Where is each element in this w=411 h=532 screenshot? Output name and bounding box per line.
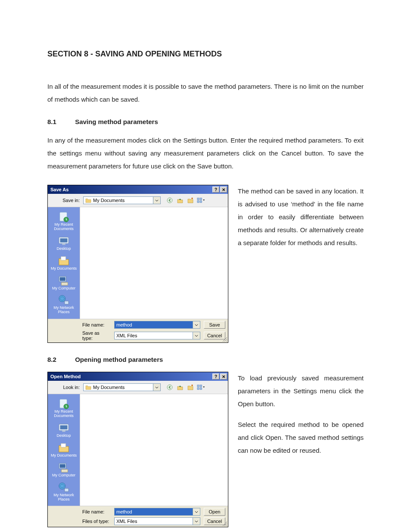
places-label: My Documents — [51, 454, 77, 458]
places-desktop[interactable]: Desktop — [49, 421, 78, 440]
folder-icon — [85, 385, 91, 390]
savein-label: Save in: — [50, 198, 81, 203]
folder-icon — [85, 198, 91, 203]
svg-rect-10 — [61, 256, 65, 260]
up-one-level-icon[interactable] — [176, 196, 184, 204]
places-network[interactable]: My Network Places — [49, 480, 78, 504]
svg-rect-4 — [200, 201, 202, 203]
resize-grip-icon[interactable] — [222, 336, 227, 342]
svg-rect-13 — [61, 282, 68, 285]
svg-rect-9 — [62, 243, 65, 245]
filetype-dropdown[interactable]: XML Files — [114, 332, 200, 339]
side-text-8-2: To load previously saved measurement par… — [238, 372, 364, 465]
places-label: My Network Places — [49, 493, 78, 502]
network-places-icon — [57, 294, 70, 306]
places-desktop[interactable]: Desktop — [49, 234, 78, 253]
filename-input[interactable]: method — [114, 321, 200, 329]
close-button[interactable]: ✕ — [220, 187, 227, 193]
dialog-body: My Recent Documents Desktop My Documents — [48, 207, 228, 319]
close-button[interactable]: ✕ — [220, 373, 227, 380]
chevron-down-icon — [193, 321, 200, 328]
places-mydocs[interactable]: My Documents — [49, 441, 78, 460]
svg-rect-1 — [197, 198, 199, 200]
help-button[interactable]: ? — [212, 187, 219, 193]
places-mycomputer[interactable]: My Computer — [49, 460, 78, 479]
lookin-value: My Documents — [93, 385, 153, 390]
svg-rect-15 — [65, 301, 68, 304]
dialog-toolbar: Save in: My Documents — [48, 194, 228, 207]
views-menu-icon[interactable] — [197, 383, 205, 391]
places-label: My Computer — [52, 286, 75, 291]
svg-rect-18 — [197, 388, 199, 390]
filetype-value: XML Files — [115, 519, 193, 524]
document-page: SECTION 8 - SAVING AND OPENING METHODS I… — [0, 0, 411, 532]
back-icon[interactable] — [166, 383, 174, 391]
places-mydocs[interactable]: My Documents — [49, 254, 78, 273]
close-icon: ✕ — [222, 187, 225, 192]
save-button[interactable]: Save — [204, 321, 225, 329]
lookin-label: Look in: — [50, 385, 81, 390]
svg-rect-8 — [60, 238, 68, 242]
savein-dropdown[interactable]: My Documents — [83, 196, 161, 204]
filename-row: File name: method Save — [82, 321, 225, 329]
side-text-8-1: The method can be saved in any location.… — [238, 185, 364, 257]
places-label: My Computer — [52, 473, 75, 478]
svg-point-0 — [167, 198, 172, 203]
desktop-icon — [57, 422, 70, 434]
network-places-icon — [57, 481, 70, 493]
places-network[interactable]: My Network Places — [49, 293, 78, 316]
dialog-titlebar[interactable]: Open Method ? ✕ — [48, 372, 228, 381]
subheading-number: 8.2 — [47, 356, 73, 363]
recent-documents-icon — [57, 398, 70, 410]
side-paragraph: Select the required method to be opened … — [238, 418, 364, 457]
titlebar-buttons: ? ✕ — [212, 187, 227, 193]
svg-rect-28 — [60, 464, 65, 467]
places-mycomputer[interactable]: My Computer — [49, 274, 78, 292]
svg-rect-2 — [197, 201, 199, 203]
subheading-8-2: 8.2 Opening method parameters — [47, 356, 364, 363]
filetype-label: Save as type: — [82, 330, 111, 341]
svg-rect-31 — [65, 488, 68, 491]
up-one-level-icon[interactable] — [176, 383, 184, 391]
open-button[interactable]: Open — [204, 508, 225, 516]
places-label: My Recent Documents — [49, 223, 78, 231]
views-menu-icon[interactable] — [197, 196, 205, 204]
open-figure-row: Open Method ? ✕ Look in: My Documents — [47, 372, 364, 527]
file-list-area[interactable] — [80, 207, 228, 319]
new-folder-icon[interactable] — [187, 196, 194, 204]
resize-grip-icon[interactable] — [222, 521, 227, 526]
lookin-dropdown[interactable]: My Documents — [83, 383, 161, 391]
filename-row: File name: method Open — [82, 508, 225, 516]
subheading-number: 8.1 — [47, 118, 73, 125]
filename-value: method — [115, 509, 193, 514]
places-recent[interactable]: My Recent Documents — [49, 397, 78, 420]
subheading-text: Opening method parameters — [75, 356, 163, 363]
chevron-down-icon — [153, 197, 160, 204]
filename-label: File name: — [82, 322, 111, 327]
toolbar-icons — [166, 196, 205, 204]
svg-rect-24 — [60, 425, 68, 429]
filetype-label: Files of type: — [82, 519, 111, 524]
filetype-value: XML Files — [115, 333, 193, 338]
back-icon[interactable] — [166, 196, 174, 204]
file-list-area[interactable] — [80, 394, 228, 506]
recent-documents-icon — [57, 211, 70, 223]
filename-label: File name: — [82, 509, 111, 514]
dialog-titlebar[interactable]: Save As ? ✕ — [48, 185, 228, 194]
filename-input[interactable]: method — [114, 508, 200, 516]
paragraph-8-1: In any of the measurement modes click on… — [47, 134, 364, 173]
chevron-down-icon — [193, 508, 200, 515]
places-bar: My Recent Documents Desktop My Documents — [48, 207, 80, 319]
places-recent[interactable]: My Recent Documents — [49, 210, 78, 233]
subheading-text: Saving method parameters — [75, 118, 158, 125]
side-paragraph: The method can be saved in any location.… — [238, 185, 364, 249]
subheading-8-1: 8.1 Saving method parameters — [47, 118, 364, 125]
new-folder-icon[interactable] — [187, 383, 194, 391]
filetype-dropdown[interactable]: XML Files — [114, 517, 200, 525]
svg-rect-17 — [197, 385, 199, 387]
svg-rect-3 — [200, 198, 202, 200]
open-method-dialog: Open Method ? ✕ Look in: My Documents — [47, 372, 228, 527]
svg-rect-25 — [62, 431, 65, 432]
help-button[interactable]: ? — [212, 373, 219, 380]
savein-value: My Documents — [93, 198, 153, 203]
